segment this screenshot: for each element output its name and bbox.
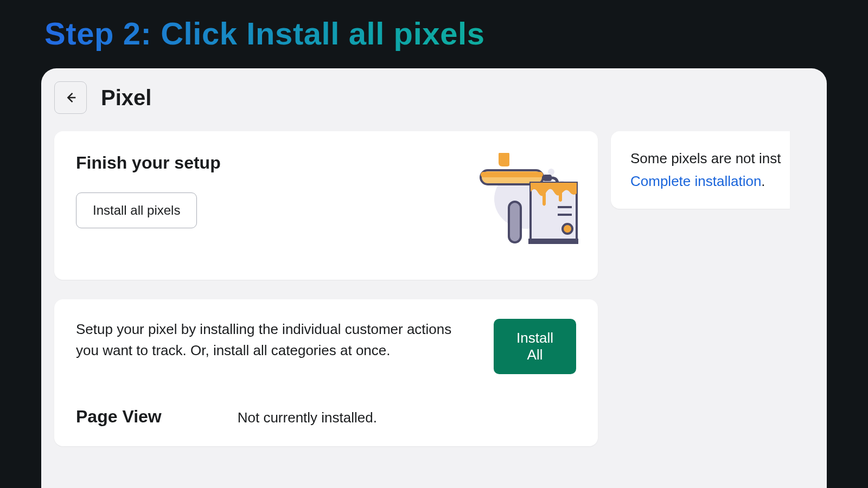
- panel-header: Pixel: [54, 81, 814, 114]
- settings-panel: Pixel Finish your setup Install all pixe…: [41, 68, 827, 488]
- setup-card: Finish your setup Install all pixels: [54, 131, 598, 280]
- paint-illustration: [470, 153, 578, 256]
- setup-title: Finish your setup: [76, 153, 470, 173]
- notice-period: .: [761, 173, 765, 189]
- main-column: Finish your setup Install all pixels: [54, 131, 598, 446]
- pixel-name: Page View: [76, 407, 162, 427]
- content-row: Finish your setup Install all pixels: [54, 131, 814, 446]
- actions-description: Setup your pixel by installing the indiv…: [76, 319, 477, 361]
- complete-installation-link[interactable]: Complete installation: [630, 173, 761, 189]
- notice-card: Some pixels are not inst Complete instal…: [611, 131, 790, 209]
- svg-rect-6: [509, 202, 521, 242]
- install-all-pixels-button[interactable]: Install all pixels: [76, 192, 197, 228]
- table-row: Page View Not currently installed.: [76, 407, 576, 427]
- svg-rect-5: [543, 175, 552, 181]
- side-column: Some pixels are not inst Complete instal…: [611, 131, 790, 446]
- notice-text: Some pixels are not inst Complete instal…: [630, 147, 790, 192]
- arrow-left-icon: [63, 90, 78, 105]
- notice-message: Some pixels are not inst: [630, 150, 781, 166]
- actions-card: Setup your pixel by installing the indiv…: [54, 299, 598, 446]
- back-button[interactable]: [54, 81, 87, 114]
- pixel-status: Not currently installed.: [238, 409, 377, 426]
- setup-left: Finish your setup Install all pixels: [76, 153, 470, 228]
- step-heading: Step 2: Click Install all pixels: [0, 0, 868, 52]
- install-all-button[interactable]: Install All: [494, 319, 576, 374]
- page-title: Pixel: [101, 86, 151, 110]
- svg-rect-8: [528, 239, 578, 244]
- svg-point-11: [563, 224, 572, 234]
- actions-top-row: Setup your pixel by installing the indiv…: [76, 319, 576, 374]
- svg-point-1: [548, 169, 554, 175]
- svg-rect-4: [481, 172, 543, 177]
